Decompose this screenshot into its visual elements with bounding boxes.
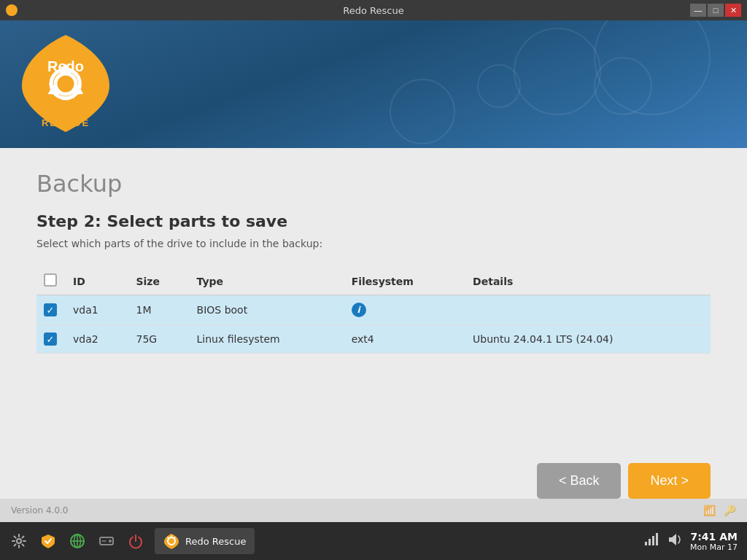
table-row: vda2 75G Linux filesystem ext4 Ubuntu 24… [36,325,711,354]
network-icon: 📶 [703,504,716,517]
step-description: Select which parts of the drive to inclu… [36,238,711,249]
globe-taskbar-button[interactable] [64,528,90,554]
clock-area: 7:41 AM Mon Mar 17 [690,531,738,552]
close-button[interactable]: ✕ [725,4,741,17]
app-header: Redo RESCUE [0,20,747,148]
app-icon [163,533,179,549]
row-checkbox-cell [36,295,66,325]
row-size-vda2: 75G [128,325,189,354]
drive-icon [98,533,115,549]
row-details-vda1 [465,295,711,325]
titlebar-controls: — □ ✕ [690,4,741,17]
row-details-vda2: Ubuntu 24.04.1 LTS (24.04) [465,325,711,354]
row-checkbox-vda1[interactable] [44,303,57,316]
network-status-icon [643,532,658,550]
settings-taskbar-button[interactable] [6,528,32,554]
deco-circle [514,28,601,115]
svg-rect-15 [649,539,651,545]
row-id-vda1: vda1 [66,295,128,325]
row-type-vda1: BIOS boot [190,295,344,325]
settings-icon [11,533,27,549]
row-checkbox-cell [36,325,66,354]
speaker-icon [667,532,681,547]
header-size: Size [128,268,189,295]
back-button[interactable]: < Back [537,463,622,499]
header-type: Type [190,268,344,295]
row-filesystem-vda2: ext4 [344,325,465,354]
deco-circle [390,79,455,144]
info-icon[interactable]: i [352,303,366,317]
key-icon: 🔑 [723,504,736,517]
next-button[interactable]: Next > [628,463,711,499]
svg-rect-16 [652,536,654,545]
clock-time: 7:41 AM [691,531,738,542]
clock-date: Mon Mar 17 [690,542,738,552]
row-type-vda2: Linux filesystem [190,325,344,354]
svg-rect-14 [645,542,647,545]
logo: Redo RESCUE [15,31,117,133]
partition-table: ID Size Type Filesystem Details vda1 1M … [36,268,711,354]
maximize-button[interactable]: □ [708,4,724,17]
taskbar-right: 7:41 AM Mon Mar 17 [643,531,741,552]
svg-point-4 [17,539,21,543]
select-all-checkbox[interactable] [44,273,57,287]
network-icon [643,532,658,547]
svg-point-10 [109,540,112,542]
globe-icon [69,533,85,549]
shield-icon [40,533,56,549]
titlebar: Redo Rescue — □ ✕ [0,0,747,20]
row-checkbox-vda2[interactable] [44,332,57,346]
taskbar-app-label: Redo Rescue [185,536,246,547]
minimize-button[interactable]: — [690,4,706,17]
navigation-area: < Back Next > [537,463,711,499]
step-title: Step 2: Select parts to save [36,212,711,230]
version-text: Version 4.0.0 [11,505,68,516]
main-content: Backup Step 2: Select parts to save Sele… [0,148,747,499]
table-row: vda1 1M BIOS boot i [36,295,711,325]
svg-text:RESCUE: RESCUE [42,117,90,128]
logo-svg: Redo RESCUE [15,31,117,133]
drive-taskbar-button[interactable] [93,528,120,554]
svg-rect-17 [656,533,658,545]
redo-rescue-taskbar-app[interactable]: Redo Rescue [155,528,255,554]
titlebar-app-icon [6,4,18,16]
power-icon [128,533,144,549]
version-icons: 📶 🔑 [703,504,736,517]
svg-point-0 [8,7,15,14]
shield-taskbar-button[interactable] [35,528,61,554]
row-filesystem-vda1: i [344,295,465,325]
deco-circle [477,64,521,108]
version-bar: Version 4.0.0 📶 🔑 [0,499,747,522]
power-taskbar-button[interactable] [123,528,149,554]
header-checkbox-col [36,268,66,295]
header-details: Details [465,268,711,295]
header-id: ID [66,268,128,295]
volume-icon [667,532,681,550]
taskbar: Redo Rescue 7:41 AM Mon Mar 17 [0,522,747,560]
page-title: Backup [36,170,711,198]
titlebar-title: Redo Rescue [343,5,403,16]
row-size-vda1: 1M [128,295,189,325]
header-filesystem: Filesystem [344,268,465,295]
svg-text:Redo: Redo [47,58,84,74]
row-id-vda2: vda2 [66,325,128,354]
